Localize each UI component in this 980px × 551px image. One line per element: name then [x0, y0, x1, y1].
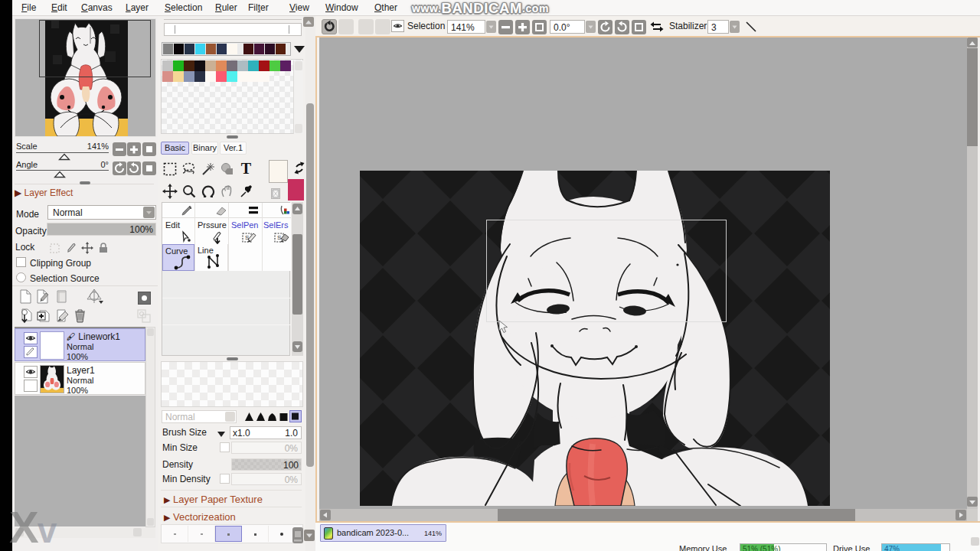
svg-text:T: T [241, 161, 252, 177]
svg-text:S: S [277, 234, 281, 241]
